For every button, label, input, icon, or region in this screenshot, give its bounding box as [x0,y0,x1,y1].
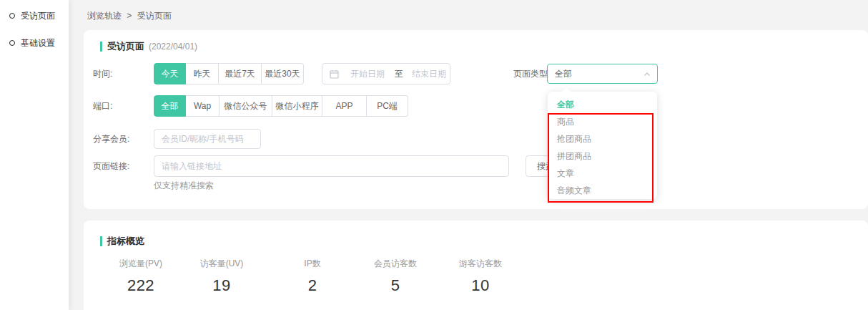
sidebar-item-label: 基础设置 [21,37,55,49]
stat-value: 19 [200,276,244,295]
stat-value: 222 [119,276,162,295]
stat-label: 浏览量(PV) [119,258,162,270]
breadcrumb-separator: > [127,11,132,21]
time-button-last7days[interactable]: 最近7天 [219,63,262,84]
breadcrumb-current: 受访页面 [137,11,172,21]
breadcrumb: 浏览轨迹 > 受访页面 [87,10,174,22]
page-date: (2022/04/01) [149,42,197,52]
share-member-label: 分享会员: [93,128,129,150]
page-type-select[interactable]: 全部 [547,64,658,84]
stat-label: 访客量(UV) [200,258,244,270]
stat-ip: IP数 2 [304,258,320,295]
breadcrumb-root[interactable]: 浏览轨迹 [87,11,122,21]
time-button-last30days[interactable]: 最近30天 [262,63,304,84]
start-date-placeholder[interactable]: 开始日期 [350,68,385,80]
dropdown-option-group-goods[interactable]: 拼团商品 [548,147,657,165]
dropdown-option-flash-group-goods[interactable]: 抢团商品 [548,130,657,147]
stat-label: 游客访客数 [459,258,502,270]
port-label: 端口: [93,95,112,117]
filter-card-title: 受访页面 (2022/04/01) [100,40,197,53]
sidebar-item-visited-pages[interactable]: 受访页面 [9,9,69,23]
share-member-input[interactable] [154,129,261,149]
metrics-title: 指标概览 [107,235,144,248]
stat-member-visitors: 会员访客数 5 [374,258,417,295]
search-hint: 仅支持精准搜索 [154,180,214,192]
port-button-wechat-miniprogram[interactable]: 微信小程序 [272,95,322,117]
sidebar: 受访页面 基础设置 [0,0,69,310]
page-link-label: 页面链接: [93,155,129,177]
calendar-icon [330,69,339,79]
filter-row-time: 时间: 今天 昨天 最近7天 最近30天 开始日期 至 结束日期 页面类型: 全… [84,63,868,84]
page-type-label: 页面类型: [513,63,550,84]
stat-guest-visitors: 游客访客数 10 [459,258,502,295]
metrics-card: 指标概览 浏览量(PV) 222 访客量(UV) 19 IP数 2 会员访客数 … [84,221,868,310]
dropdown-option-audio-article[interactable]: 音频文章 [548,182,657,199]
stat-uv: 访客量(UV) 19 [200,258,244,295]
radio-circle-icon [9,40,15,46]
port-button-app[interactable]: APP [322,95,367,117]
end-date-placeholder[interactable]: 结束日期 [412,68,446,80]
page-type-dropdown: 全部 商品 抢团商品 拼团商品 文章 音频文章 [548,92,657,199]
page-link-input[interactable] [154,155,509,177]
chevron-up-icon [643,71,651,78]
stat-pv: 浏览量(PV) 222 [119,258,162,295]
sidebar-item-basic-settings[interactable]: 基础设置 [9,36,69,50]
stat-label: IP数 [304,258,320,270]
title-accent-bar [100,42,102,52]
time-button-today[interactable]: 今天 [154,63,186,84]
sidebar-item-label: 受访页面 [21,10,55,22]
time-button-group: 今天 昨天 最近7天 最近30天 [154,63,304,84]
port-button-wap[interactable]: Wap [186,95,220,117]
dropdown-option-article[interactable]: 文章 [548,165,657,182]
port-button-pc[interactable]: PC端 [367,95,408,117]
stat-label: 会员访客数 [374,258,417,270]
date-range-separator: 至 [395,68,403,80]
metrics-card-title: 指标概览 [100,235,144,248]
port-button-wechat-official[interactable]: 微信公众号 [220,95,272,117]
port-button-all[interactable]: 全部 [154,95,186,117]
filter-row-share-member: 分享会员: [84,128,868,150]
port-button-group: 全部 Wap 微信公众号 微信小程序 APP PC端 [154,95,408,117]
stat-value: 10 [459,276,502,295]
time-label: 时间: [93,63,112,84]
title-accent-bar [100,236,102,246]
dropdown-option-all[interactable]: 全部 [548,96,657,113]
page-title: 受访页面 [107,40,144,53]
dropdown-option-goods[interactable]: 商品 [548,113,657,130]
stat-value: 5 [374,276,417,295]
filter-card: 受访页面 (2022/04/01) 时间: 今天 昨天 最近7天 最近30天 开… [84,30,868,209]
time-button-yesterday[interactable]: 昨天 [186,63,219,84]
filter-row-page-link: 页面链接: 搜索 [84,155,868,177]
stat-value: 2 [304,276,320,295]
date-range-picker[interactable]: 开始日期 至 结束日期 [322,63,450,84]
page-type-value: 全部 [555,68,572,80]
filter-row-port: 端口: 全部 Wap 微信公众号 微信小程序 APP PC端 [84,95,868,117]
radio-circle-icon [9,13,15,19]
